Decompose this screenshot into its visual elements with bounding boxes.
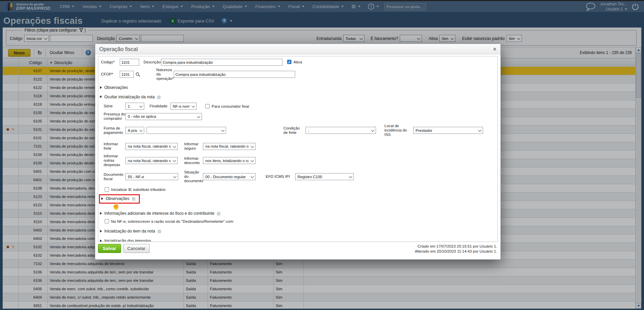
efd-select[interactable]: Registro C100	[295, 173, 354, 180]
finalidade-select[interactable]: NF-e normal	[170, 103, 197, 110]
section-inicializacao-nota[interactable]: Ocultar inicialização da nota ▤	[100, 95, 497, 99]
expand-arrow-icon	[100, 240, 102, 242]
section-info-adicionais-label: Informações adicionais de interesse do f…	[104, 211, 214, 216]
expand-arrow-icon	[100, 230, 102, 232]
section-observacoes-top-label: Observações	[104, 85, 128, 90]
chevron-down-icon	[251, 159, 254, 162]
informar-frete-select[interactable]: na nota fiscal, rateando o valor e	[125, 143, 178, 150]
section-item-nota[interactable]: Inicialização do item da nota ▤	[100, 229, 497, 234]
forma-pagamento-select[interactable]: A prazo	[125, 127, 144, 134]
section-impostos[interactable]: Inicialização dos impostos	[100, 239, 497, 242]
documento-row: Documento fiscal 55 - NF-e Situação do d…	[104, 170, 497, 183]
modal-footer: Salvar Cancelar Criado em 17/07/2023 20:…	[98, 244, 497, 257]
operacao-fiscal-dialog: Operação fiscal × Código* Descrição* Ati…	[95, 44, 501, 260]
serie-select[interactable]: 1	[125, 103, 144, 110]
ie-substituto-label: Inicializar IE substituto tributário	[111, 188, 165, 192]
cfop-label: CFOP*	[101, 72, 120, 76]
informar-seguro-label: Informar seguro	[184, 142, 203, 151]
chevron-down-icon	[139, 104, 143, 108]
ativa-checkbox[interactable]	[287, 60, 291, 64]
codigo-label: Código*	[101, 60, 120, 64]
expand-arrow-icon	[100, 86, 102, 89]
cfop-field[interactable]	[120, 71, 134, 78]
informar-frete-label: Informar frete	[104, 142, 125, 151]
informar-outras-label: Informar outras despesas	[104, 154, 125, 167]
forma-pagamento-label: Forma de pagamento	[104, 126, 125, 135]
local-iss-select[interactable]: Prestador	[413, 127, 483, 134]
informar-desconto-label: Informar desconto	[184, 156, 203, 165]
annotated-area: Observações ▤ ☝	[99, 194, 497, 204]
chevron-down-icon	[173, 175, 176, 178]
documento-fiscal-label: Documento fiscal	[104, 172, 125, 181]
informar-desconto-select[interactable]: nos itens, totalizando o valor na	[203, 157, 256, 164]
informar-outras-select[interactable]: na nota fiscal, rateando o valor e	[125, 157, 178, 164]
chevron-down-icon	[139, 128, 143, 132]
close-icon[interactable]: ×	[493, 46, 496, 52]
codigo-field[interactable]	[120, 59, 139, 66]
modal-title: Operação fiscal	[99, 46, 138, 52]
forma-pagamento-detail-select[interactable]	[147, 127, 226, 134]
section-observacoes-inner-label: Observações	[106, 196, 129, 201]
serie-row: Série 1 Finalidade NF-e normal Para cons…	[104, 103, 497, 110]
presenca-row: Presença do comprador 0 - não se aplica	[104, 112, 497, 121]
chevron-down-icon	[371, 128, 374, 132]
expand-arrow-icon	[100, 212, 102, 215]
created-text: Criado em 17/07/2023 20:15:51 por Usuári…	[415, 244, 497, 249]
note-icon: ▤	[132, 196, 136, 201]
save-button[interactable]: Salvar	[98, 244, 121, 253]
consumidor-final-row: Para consumidor final	[205, 104, 249, 108]
modal-body: Código* Descrição* Ativa CFOP* Natureza …	[98, 56, 498, 242]
ie-substituto-checkbox[interactable]	[105, 187, 109, 192]
note-icon: ▤	[157, 95, 161, 99]
hand-cursor-icon: ☝	[112, 202, 120, 210]
chevron-down-icon	[349, 175, 352, 178]
ie-substituto-row: Inicializar IE substituto tributário	[105, 187, 497, 192]
note-icon: ▤	[157, 229, 161, 234]
chevron-down-icon	[251, 144, 254, 148]
sobrescrever-label: Na NF-e, sobrescrever a razão social do …	[111, 219, 234, 223]
expand-arrow-icon	[101, 197, 103, 200]
serie-label: Série	[104, 104, 125, 108]
outras-despesas-row: Informar outras despesas na nota fiscal,…	[104, 154, 497, 167]
modal-title-bar[interactable]: Operação fiscal ×	[95, 44, 500, 54]
pagamento-row: Forma de pagamento A prazo Condição de f…	[104, 124, 497, 137]
efd-label: EFD ICMS IPI	[266, 174, 293, 179]
frete-row: Informar frete na nota fiscal, rateando …	[104, 142, 497, 151]
chevron-down-icon	[173, 144, 176, 148]
documento-fiscal-select[interactable]: 55 - NF-e	[125, 173, 178, 180]
sobrescrever-checkbox[interactable]	[105, 219, 109, 223]
condicao-frete-label: Condição de frete	[283, 126, 302, 135]
section-inicializacao-nota-label: Ocultar inicialização da nota	[104, 95, 155, 99]
sobrescrever-row: Na NF-e, sobrescrever a razão social do …	[105, 219, 497, 223]
updated-text: Alterado em 20/10/2023 11:14:43 por Usuá…	[415, 249, 497, 254]
section-observacoes-top[interactable]: Observações	[100, 85, 497, 90]
cancel-button[interactable]: Cancelar	[123, 244, 150, 253]
screen: Sistema de gestão ERP MAXIPROD CRM Venda…	[0, 0, 644, 310]
informar-seguro-select[interactable]: na nota fiscal, rateando o valor e	[203, 143, 256, 150]
descricao-label: Descrição*	[144, 60, 161, 64]
descricao-field[interactable]	[161, 59, 282, 66]
chevron-down-icon	[251, 175, 254, 178]
presenca-select[interactable]: 0 - não se aplica	[125, 113, 202, 120]
chevron-down-icon	[221, 128, 224, 132]
condicao-frete-select[interactable]: -	[306, 127, 376, 134]
section-info-adicionais[interactable]: Informações adicionais de interesse do f…	[100, 211, 497, 216]
situacao-select[interactable]: 00 - Documento regular	[203, 173, 256, 180]
chevron-down-icon	[192, 104, 195, 108]
section-observacoes-inner[interactable]: Observações ▤	[101, 196, 136, 201]
search-icon[interactable]	[136, 72, 140, 77]
presenca-label: Presença do comprador	[104, 112, 125, 121]
consumidor-final-label: Para consumidor final	[212, 104, 249, 108]
ativa-label: Ativa	[293, 60, 302, 64]
section-item-nota-label: Inicialização do item da nota	[104, 229, 155, 234]
consumidor-final-checkbox[interactable]	[205, 104, 210, 108]
codigo-row: Código* Descrição* Ativa	[101, 59, 497, 66]
record-timestamps: Criado em 17/07/2023 20:15:51 por Usuári…	[415, 244, 497, 254]
natureza-field[interactable]	[174, 71, 295, 78]
note-icon: ▤	[217, 211, 220, 216]
chevron-down-icon	[173, 159, 176, 162]
chevron-down-icon	[478, 128, 481, 132]
situacao-label: Situação do documento	[184, 170, 203, 183]
natureza-label: Natureza da operação*	[156, 68, 174, 81]
collapse-arrow-icon	[99, 95, 103, 99]
